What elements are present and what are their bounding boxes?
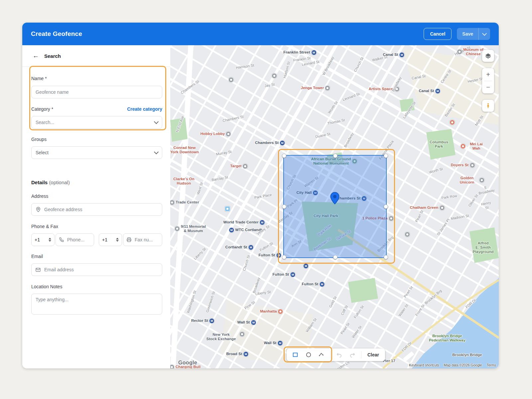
undo-button[interactable] [332, 348, 346, 361]
geofence-handle[interactable] [384, 255, 388, 259]
map-label: E Broadway [477, 184, 495, 196]
phone-fax-label: Phone & Fax [31, 224, 58, 229]
geofence-rect[interactable] [283, 155, 387, 258]
map-label: Doyers St [451, 163, 475, 168]
terms-link[interactable]: Terms [486, 363, 496, 367]
map-label: Fulton StM [273, 272, 296, 277]
map-label: Greenwich St [205, 291, 216, 313]
geofence-handle[interactable] [384, 204, 388, 209]
geofence-address-input[interactable] [31, 203, 162, 216]
map-label: Washington St [186, 290, 197, 314]
camera-icon [389, 216, 394, 221]
dot-icon [439, 205, 445, 210]
map-label: Gold St [328, 296, 337, 308]
map-data-attribution: Map data ©2026 Google [444, 363, 482, 367]
map-label: Wall StM [264, 340, 283, 346]
map-label: Chambers St [222, 114, 244, 123]
phone-country-select[interactable]: +1 [31, 233, 55, 246]
map-label: Pearl St [403, 285, 414, 298]
email-input[interactable] [31, 263, 162, 276]
map-label: Park Row [441, 194, 458, 200]
map-label: W Broadway [322, 56, 335, 76]
lock-icon [243, 164, 248, 169]
geofence-handle[interactable] [282, 255, 286, 259]
map-pin-icon [330, 192, 339, 204]
save-button[interactable]: Save [457, 28, 490, 40]
map-label: Manhatta [260, 309, 283, 314]
dot-icon [170, 200, 175, 205]
dot-icon [170, 364, 175, 368]
subway-icon: M [229, 227, 234, 233]
map-label: Museum of Chinese [457, 48, 483, 56]
geofence-handle[interactable] [282, 154, 286, 158]
subway-icon: M [311, 50, 317, 55]
map-label: Oliver St [467, 194, 479, 207]
map-label: Vesey St [256, 224, 270, 236]
map-label: Water St [398, 303, 409, 317]
save-dropdown-toggle[interactable] [479, 32, 490, 36]
geofence-name-input[interactable] [31, 86, 162, 98]
map-label: Rector StM [191, 318, 214, 324]
groups-select-value: Select [36, 150, 155, 155]
map-label: N End Ave [175, 115, 185, 133]
map-label: Fulton StM [302, 282, 325, 287]
map-label: Brooklyn Bridge Pedestrian Walkway [429, 334, 466, 342]
zoom-out-button[interactable]: − [482, 81, 494, 93]
map-label: Fulton St [259, 241, 274, 252]
draw-polygon-tool[interactable] [315, 348, 329, 361]
back-to-search[interactable]: ← Search [22, 45, 170, 67]
map-label: Leonard St [301, 60, 320, 67]
subway-icon: M [251, 320, 256, 325]
map-label: Canal St [411, 74, 426, 80]
geofence-handle[interactable] [384, 154, 388, 158]
street-view-pegman-button[interactable] [482, 100, 494, 112]
save-button-label: Save [457, 31, 478, 37]
header: Create Geofence Cancel Save [22, 23, 499, 45]
map-label: Church St [353, 56, 364, 72]
map-label: Park Place [254, 193, 272, 200]
map-label: William St [305, 317, 318, 333]
dot-icon [272, 73, 277, 78]
map-label: Hester St [467, 76, 483, 84]
create-category-link[interactable]: Create category [127, 106, 162, 112]
map-label: Front St [415, 304, 426, 317]
map-label: Hobby Lobby [200, 131, 231, 137]
draw-rectangle-tool[interactable] [289, 348, 302, 361]
details-heading-text: Details [31, 180, 48, 185]
subway-icon: M [303, 263, 309, 269]
map-label: Trade Center [170, 200, 199, 205]
cancel-button[interactable]: Cancel [424, 28, 452, 40]
map-label: Water St [351, 325, 363, 339]
map-attribution: Keyboard shortcuts Map data ©2026 Google… [409, 363, 496, 367]
dot-icon [175, 226, 180, 231]
map-label: World Trade CenterM [223, 220, 265, 225]
keyboard-shortcuts-link[interactable]: Keyboard shortcuts [409, 363, 439, 367]
name-label: Name * [31, 76, 47, 81]
map-label: Thomas St [327, 118, 345, 125]
phone-number-input[interactable] [56, 233, 94, 246]
chevron-down-icon [154, 150, 159, 154]
redo-button[interactable] [346, 348, 359, 361]
map-label [405, 232, 410, 237]
draw-toolbar: Clear [287, 348, 385, 361]
clear-button[interactable]: Clear [363, 352, 383, 357]
map-label: Cliff St [340, 305, 349, 316]
draw-circle-tool[interactable] [302, 348, 315, 361]
undo-icon [336, 352, 342, 358]
fax-country-select[interactable]: +1 [99, 233, 122, 246]
map-label: Liberty St [193, 247, 207, 261]
groups-select[interactable]: Select [31, 146, 162, 159]
fax-number-input[interactable] [123, 233, 162, 246]
map-label: Walker St [372, 55, 388, 62]
redo-icon [349, 352, 355, 358]
map-label: Lafayette St [402, 101, 417, 119]
location-notes-textarea[interactable] [31, 294, 162, 315]
map-label: Murray St [215, 150, 232, 157]
zoom-in-button[interactable]: + [482, 68, 494, 81]
geofence-handle[interactable] [282, 204, 286, 209]
geofence-handle[interactable] [333, 255, 337, 259]
category-select[interactable]: Search... [31, 116, 162, 129]
map-canvas[interactable]: Franklin StreetMFranklin StLeonard StHar… [170, 45, 499, 368]
geofence-handle[interactable] [333, 154, 337, 158]
map-layers-button[interactable] [482, 50, 494, 62]
